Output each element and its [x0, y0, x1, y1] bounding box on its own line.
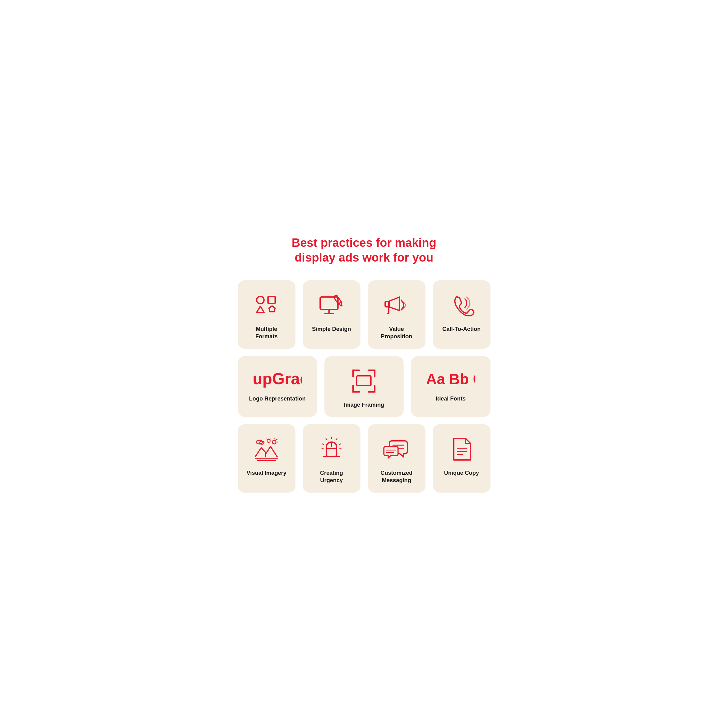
card-value-proposition: Value Proposition: [368, 280, 425, 349]
svg-rect-11: [357, 376, 371, 386]
svg-text:Aa Bb Cc: Aa Bb Cc: [426, 371, 476, 387]
card-customized-messaging: Customized Messaging: [368, 424, 425, 492]
document-icon: [448, 435, 476, 463]
page-title: Best practices for making display ads wo…: [238, 236, 491, 265]
svg-line-16: [276, 439, 277, 440]
card-visual-imagery: Visual Imagery: [238, 424, 295, 492]
page-wrapper: Best practices for making display ads wo…: [238, 236, 491, 493]
card-unique-copy: Unique Copy: [433, 424, 491, 492]
svg-line-33: [339, 444, 340, 445]
megaphone-icon: [382, 291, 410, 319]
frame-icon: [350, 367, 378, 395]
card-logo-representation: upGrad Logo Representation: [238, 356, 317, 417]
svg-point-13: [272, 440, 276, 444]
svg-line-25: [270, 439, 271, 439]
svg-marker-3: [269, 306, 275, 312]
monitor-pen-icon: [318, 291, 346, 319]
grid-row-3: Visual Imagery: [238, 424, 491, 492]
svg-line-31: [336, 439, 337, 440]
logo-representation-label: Logo Representation: [249, 395, 306, 402]
svg-point-22: [267, 439, 270, 442]
svg-rect-1: [268, 297, 275, 303]
landscape-icon: [252, 435, 280, 463]
svg-point-0: [257, 297, 264, 304]
image-framing-label: Image Framing: [344, 401, 384, 408]
card-multiple-formats: Multiple Formats: [238, 280, 295, 349]
card-creating-urgency: Creating Urgency: [303, 424, 361, 492]
card-image-framing: Image Framing: [324, 356, 404, 417]
svg-line-32: [326, 439, 327, 440]
svg-marker-2: [257, 306, 264, 312]
creating-urgency-label: Creating Urgency: [309, 469, 354, 484]
svg-rect-27: [326, 448, 337, 456]
visual-imagery-label: Visual Imagery: [246, 469, 286, 477]
card-grid: Multiple Formats: [238, 280, 491, 493]
upgrad-logo-icon: upGrad: [252, 367, 302, 389]
fonts-icon: Aa Bb Cc: [426, 367, 476, 389]
alarm-icon: [318, 435, 346, 463]
ideal-fonts-label: Ideal Fonts: [436, 395, 465, 402]
simple-design-label: Simple Design: [312, 325, 351, 333]
svg-text:upGrad: upGrad: [252, 370, 302, 388]
card-ideal-fonts: Aa Bb Cc Ideal Fonts: [411, 356, 490, 417]
customized-messaging-label: Customized Messaging: [374, 469, 419, 484]
value-proposition-label: Value Proposition: [374, 325, 419, 340]
phone-ring-icon: [448, 291, 476, 319]
call-to-action-label: Call-To-Action: [442, 325, 480, 333]
shapes-icon: [252, 291, 280, 319]
card-call-to-action: Call-To-Action: [433, 280, 491, 349]
chat-bubbles-icon: [382, 435, 410, 463]
svg-line-34: [323, 444, 324, 445]
unique-copy-label: Unique Copy: [444, 469, 479, 477]
svg-marker-8: [338, 302, 344, 307]
card-simple-design: Simple Design: [303, 280, 361, 349]
multiple-formats-label: Multiple Formats: [244, 325, 289, 340]
grid-row-2: upGrad Logo Representation: [238, 356, 491, 417]
svg-line-26: [266, 439, 267, 439]
grid-row-1: Multiple Formats: [238, 280, 491, 349]
